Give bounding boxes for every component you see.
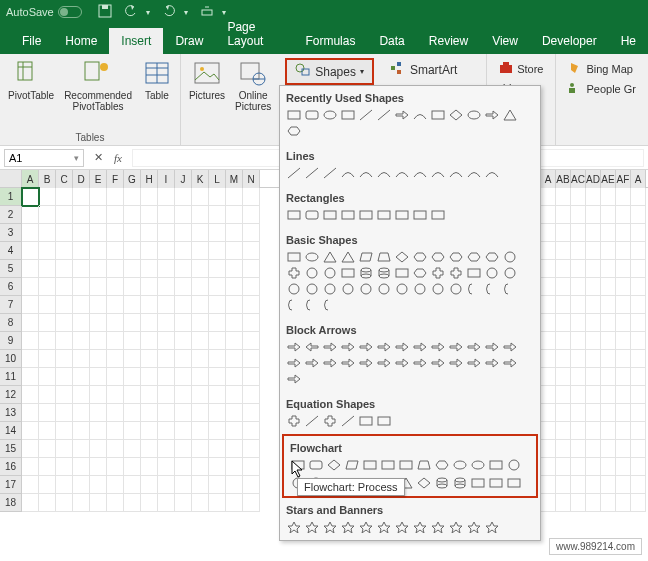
cell[interactable] [541,404,556,422]
shape-rect[interactable] [286,250,302,264]
shape-rect[interactable] [394,266,410,280]
cell[interactable] [631,206,646,224]
cell[interactable] [601,476,616,494]
cell[interactable] [556,458,571,476]
cell[interactable] [541,296,556,314]
cell[interactable] [541,368,556,386]
shape-circle[interactable] [340,282,356,296]
shape-rect[interactable] [286,108,302,122]
bing-maps-button[interactable]: Bing Map [568,62,636,76]
cell[interactable] [601,386,616,404]
cell[interactable] [22,404,39,422]
cell[interactable] [73,422,90,440]
column-header[interactable]: G [124,170,141,188]
shape-plus[interactable] [430,266,446,280]
cell[interactable] [631,224,646,242]
cell[interactable] [124,422,141,440]
cell[interactable] [158,494,175,512]
cell[interactable] [541,440,556,458]
row-header[interactable]: 12 [0,386,22,404]
cell[interactable] [175,278,192,296]
cell[interactable] [631,458,646,476]
row-header[interactable]: 14 [0,422,22,440]
cell[interactable] [107,278,124,296]
cell[interactable] [158,350,175,368]
cell[interactable] [56,458,73,476]
cell[interactable] [56,494,73,512]
cell[interactable] [107,368,124,386]
cell[interactable] [22,422,39,440]
shape-arrow[interactable] [484,108,500,122]
shape-arrow[interactable] [286,372,302,386]
cell[interactable] [556,494,571,512]
tab-home[interactable]: Home [53,28,109,54]
shape-arrow[interactable] [430,340,446,354]
cell[interactable] [192,224,209,242]
cell[interactable] [586,224,601,242]
shape-line[interactable] [376,108,392,122]
column-header[interactable]: I [158,170,175,188]
cell[interactable] [586,494,601,512]
cell[interactable] [616,188,631,206]
cell[interactable] [56,440,73,458]
cell[interactable] [631,386,646,404]
cell[interactable] [124,206,141,224]
cell[interactable] [226,314,243,332]
cell[interactable] [243,332,260,350]
shape-hex[interactable] [434,458,450,472]
cell[interactable] [90,332,107,350]
row-header[interactable]: 2 [0,206,22,224]
cell[interactable] [226,224,243,242]
cell[interactable] [616,404,631,422]
cell[interactable] [586,368,601,386]
shape-arrow[interactable] [466,356,482,370]
cell[interactable] [243,314,260,332]
cell[interactable] [226,476,243,494]
shape-curve[interactable] [412,108,428,122]
cell[interactable] [556,350,571,368]
shape-arrow[interactable] [340,340,356,354]
cell[interactable] [73,332,90,350]
cell[interactable] [209,368,226,386]
cell[interactable] [226,440,243,458]
cell[interactable] [90,422,107,440]
cell[interactable] [209,206,226,224]
cell[interactable] [243,224,260,242]
column-header[interactable]: AB [556,170,571,188]
shape-rect[interactable] [506,476,522,490]
cell[interactable] [39,386,56,404]
cell[interactable] [541,494,556,512]
row-header[interactable]: 1 [0,188,22,206]
cell[interactable] [209,458,226,476]
cell[interactable] [158,260,175,278]
cell[interactable] [175,458,192,476]
cell[interactable] [158,296,175,314]
cell[interactable] [571,368,586,386]
cell[interactable] [586,206,601,224]
shape-diamond[interactable] [326,458,342,472]
shape-arrow[interactable] [430,356,446,370]
tab-review[interactable]: Review [417,28,480,54]
cell[interactable] [226,278,243,296]
shape-rect[interactable] [358,414,374,428]
cell[interactable] [56,422,73,440]
people-graph-button[interactable]: People Gr [568,82,636,96]
shape-tri[interactable] [340,250,356,264]
cell[interactable] [141,278,158,296]
cell[interactable] [56,476,73,494]
tab-view[interactable]: View [480,28,530,54]
cell[interactable] [601,494,616,512]
cell[interactable] [141,458,158,476]
cell[interactable] [107,458,124,476]
cell[interactable] [192,368,209,386]
cell[interactable] [73,350,90,368]
cell[interactable] [226,260,243,278]
cell[interactable] [556,332,571,350]
shape-brace[interactable] [322,298,338,312]
cell[interactable] [586,242,601,260]
cell[interactable] [586,314,601,332]
shape-cyl[interactable] [358,266,374,280]
cell[interactable] [209,422,226,440]
cell[interactable] [141,332,158,350]
cell[interactable] [226,494,243,512]
